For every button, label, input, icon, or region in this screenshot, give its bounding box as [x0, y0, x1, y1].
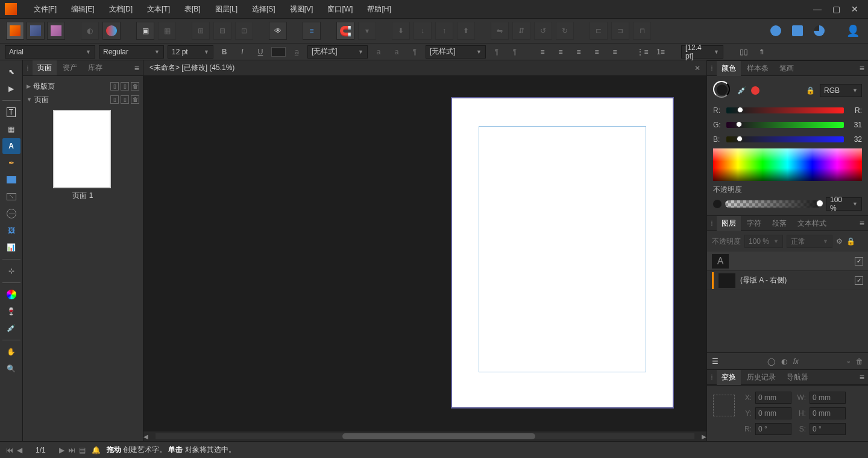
- tab-history[interactable]: 历史记录: [742, 370, 781, 385]
- menu-table[interactable]: 表[B]: [177, 4, 208, 14]
- gear-icon[interactable]: ⚙: [836, 237, 843, 246]
- horizontal-scrollbar[interactable]: ◀ ▶: [143, 431, 706, 441]
- pilcrow-icon[interactable]: ¶: [407, 45, 422, 59]
- first-page-icon[interactable]: ⏮: [6, 446, 13, 454]
- tab-transform[interactable]: 变换: [717, 370, 741, 385]
- tab-layers[interactable]: 图层: [717, 216, 741, 231]
- menu-view[interactable]: 视图[V]: [283, 4, 321, 14]
- clear-para-icon[interactable]: ¶: [489, 45, 504, 59]
- persona-photo-icon[interactable]: [27, 22, 45, 40]
- mini-icon[interactable]: ▯: [110, 95, 119, 104]
- toolbar-snap-icon[interactable]: 🧲: [336, 22, 354, 40]
- lock-icon[interactable]: 🔒: [806, 86, 815, 95]
- close-icon[interactable]: ✕: [851, 4, 858, 14]
- document-tab[interactable]: <未命名> [已修改] (45.1%) ✕: [143, 60, 706, 76]
- tab-color[interactable]: 颜色: [717, 61, 741, 76]
- panel-grip-icon[interactable]: ⁞: [27, 64, 31, 72]
- font-weight-dropdown[interactable]: Regular▼: [99, 45, 164, 59]
- adjust-icon[interactable]: ◐: [781, 357, 787, 366]
- layers-stack-icon[interactable]: ☰: [712, 357, 719, 366]
- account-icon[interactable]: 👤: [844, 22, 862, 40]
- menu-window[interactable]: 窗口[W]: [320, 4, 360, 14]
- align-icon-2[interactable]: ⊐: [611, 22, 629, 40]
- pen-tool-icon[interactable]: ✒: [2, 155, 20, 171]
- panel-grip-icon[interactable]: ⁞: [711, 64, 715, 72]
- scroll-right-icon[interactable]: ▶: [702, 433, 706, 440]
- clear-char-icon[interactable]: a: [371, 45, 386, 59]
- page-list-icon[interactable]: ▤: [79, 446, 86, 454]
- columns-icon[interactable]: ▯▯: [737, 45, 751, 59]
- align-icon-3[interactable]: ⊓: [633, 22, 651, 40]
- bell-icon[interactable]: 🔔: [92, 446, 101, 454]
- x-input[interactable]: 0 mm: [755, 392, 791, 404]
- rotate-ccw-icon[interactable]: ↺: [534, 22, 552, 40]
- toolbar-btn-4[interactable]: ⊞: [192, 22, 210, 40]
- picked-color-icon[interactable]: [751, 86, 760, 95]
- lock-layer-icon[interactable]: 🔒: [846, 237, 855, 246]
- layer-row-text[interactable]: A ✓: [707, 252, 868, 271]
- panel-grip-icon[interactable]: ⁞: [711, 373, 715, 381]
- ellipse-tool-icon[interactable]: [2, 206, 20, 221]
- order-back-icon[interactable]: ⬇: [392, 22, 410, 40]
- menu-layer[interactable]: 图层[L]: [208, 4, 245, 14]
- prev-page-icon[interactable]: ◀: [17, 446, 22, 454]
- delete-layer-icon[interactable]: 🗑: [856, 357, 863, 366]
- shape-ops-icon[interactable]: [788, 22, 807, 40]
- persona-publisher-icon[interactable]: [6, 22, 24, 40]
- italic-icon[interactable]: I: [235, 45, 250, 59]
- menu-select[interactable]: 选择[S]: [245, 4, 283, 14]
- list-bullet-icon[interactable]: ⋮≡: [635, 45, 650, 59]
- panel-menu-icon[interactable]: ≡: [860, 372, 864, 382]
- char-style-dropdown[interactable]: [无样式]▼: [307, 45, 368, 59]
- picture-frame-tool-icon[interactable]: [2, 189, 20, 205]
- panel-menu-icon[interactable]: ≡: [860, 218, 864, 228]
- y-input[interactable]: 0 mm: [755, 407, 791, 419]
- tab-paragraph[interactable]: 段落: [767, 216, 791, 231]
- toolbar-btn-5[interactable]: ⊟: [213, 22, 231, 40]
- expand-icon[interactable]: ▶: [27, 83, 31, 89]
- anchor-grid[interactable]: [713, 395, 735, 416]
- vector-brush-tool-icon[interactable]: 📊: [2, 240, 20, 255]
- minimize-icon[interactable]: —: [813, 4, 822, 14]
- rotate-cw-icon[interactable]: ↻: [556, 22, 574, 40]
- show-pilcrow-icon[interactable]: ¶: [508, 45, 522, 59]
- menu-text[interactable]: 文本[T]: [140, 4, 177, 14]
- maximize-icon[interactable]: ▢: [832, 4, 840, 14]
- g-slider[interactable]: G:31: [713, 119, 862, 130]
- place-image-tool-icon[interactable]: 🖼: [2, 223, 20, 238]
- tab-textstyles[interactable]: 文本样式: [793, 216, 831, 231]
- fx-icon[interactable]: fx: [793, 357, 799, 366]
- new-layer-icon[interactable]: ▫: [848, 357, 850, 366]
- color-picker-tool-icon[interactable]: 💉: [2, 320, 20, 336]
- panel-menu-icon[interactable]: ≡: [860, 63, 864, 73]
- fill-color-icon[interactable]: [271, 45, 286, 59]
- menu-edit[interactable]: 编辑[E]: [64, 4, 102, 14]
- layer-row-master[interactable]: (母版 A - 右侧) ✓: [707, 271, 868, 290]
- underline-icon[interactable]: U: [253, 45, 268, 59]
- w-input[interactable]: 0 mm: [810, 392, 846, 404]
- toolbar-btn-1[interactable]: ◐: [81, 22, 99, 40]
- leading-dropdown[interactable]: [12.4 pt]▼: [681, 45, 723, 59]
- page-thumbnail[interactable]: 页面 1: [53, 110, 113, 201]
- mini-icon[interactable]: ▯: [110, 82, 119, 91]
- collapse-icon[interactable]: ▼: [27, 97, 32, 103]
- page-canvas[interactable]: [451, 97, 674, 409]
- tab-pages[interactable]: 页面: [33, 60, 57, 75]
- align-justify2-icon[interactable]: ≡: [608, 45, 622, 59]
- layer-opacity-dropdown[interactable]: 100 %▼: [744, 235, 783, 248]
- r-slider[interactable]: R:R:: [713, 105, 862, 116]
- persona-designer-icon[interactable]: [47, 22, 65, 40]
- opacity-slider[interactable]: [725, 200, 822, 208]
- doc-close-icon[interactable]: ✕: [694, 64, 700, 72]
- shape-pie-icon[interactable]: [810, 22, 828, 40]
- layer-visible-check[interactable]: ✓: [855, 276, 863, 285]
- trash-icon[interactable]: 🗑: [131, 95, 139, 104]
- layer-visible-check[interactable]: ✓: [855, 257, 863, 266]
- align-center-icon[interactable]: ≡: [553, 45, 568, 59]
- hand-tool-icon[interactable]: ✋: [2, 344, 20, 360]
- eyedropper-icon[interactable]: 💉: [737, 86, 746, 95]
- fill-tool-icon[interactable]: [2, 287, 20, 302]
- b-slider[interactable]: B:32: [713, 134, 862, 145]
- font-size-dropdown[interactable]: 12 pt▼: [168, 45, 213, 59]
- node-tool-icon[interactable]: ▶: [2, 81, 20, 97]
